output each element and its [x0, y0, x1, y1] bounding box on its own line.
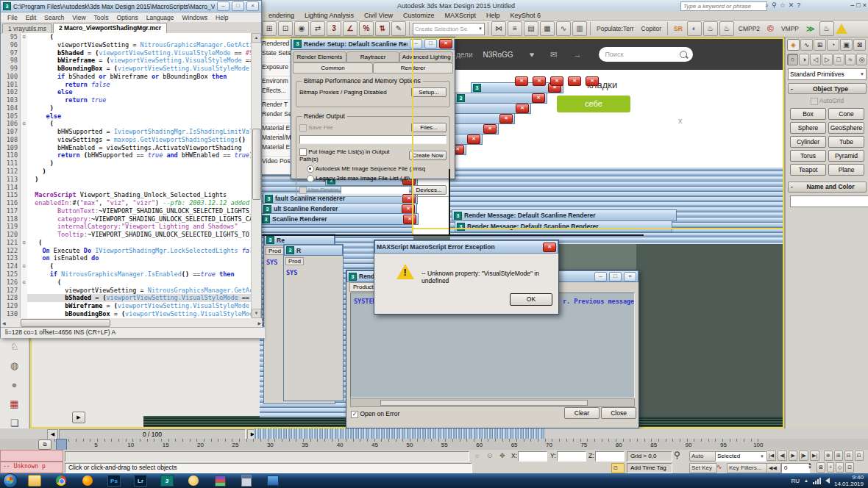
isolate-toggle-icon[interactable]: ⊡ — [611, 463, 625, 473]
tab[interactable]: Raytracer — [346, 51, 400, 62]
globe-icon[interactable]: ◐ — [687, 21, 702, 36]
minimize-icon[interactable]: – — [850, 1, 854, 9]
playback-button[interactable]: ◀| — [778, 451, 787, 461]
chevron-down-icon[interactable]: ▼ — [760, 452, 764, 461]
logout-icon[interactable]: → — [573, 50, 581, 59]
go-to-start-button[interactable]: ◀◀ — [766, 463, 781, 473]
playback-button[interactable]: |◀ — [766, 451, 776, 461]
category-icon[interactable]: ◁ — [810, 54, 821, 65]
cmpp2-button[interactable]: CMPP2 — [736, 25, 763, 32]
star-icon[interactable]: ☆ — [780, 1, 786, 10]
menu-item[interactable]: View — [68, 14, 89, 21]
x-coord-field[interactable] — [518, 451, 547, 462]
material-horse-icon[interactable]: ♘ — [7, 340, 23, 354]
menu-item[interactable]: Render T — [257, 99, 292, 110]
clear-button[interactable]: Clear — [564, 407, 600, 419]
taskbar-app-button[interactable] — [49, 474, 74, 487]
category-icon[interactable]: □ — [833, 54, 844, 65]
menu-item[interactable]: Customize — [398, 12, 440, 19]
nav-button[interactable]: ⊡ — [845, 462, 854, 473]
ok-button[interactable]: OK — [510, 293, 552, 306]
editor-titlebar[interactable]: 3 C:\Program Files\Autodesk\3ds Max Desi… — [1, 1, 261, 12]
panel-tab-icon[interactable]: ▣ — [840, 39, 853, 51]
panel-tab-icon[interactable]: ⊠ — [853, 39, 866, 51]
close-icon[interactable]: × — [515, 76, 528, 86]
close-icon[interactable]: × — [543, 243, 556, 252]
category-icon[interactable]: ≈ — [845, 54, 856, 65]
close-icon[interactable]: × — [403, 215, 416, 224]
primitive-button[interactable]: Pyramid — [828, 150, 864, 162]
cascade-mini-window[interactable]: 3× — [455, 93, 547, 104]
taskbar-app-button[interactable] — [207, 474, 232, 487]
menu-item[interactable]: Material E — [257, 123, 292, 133]
taskbar-app-button[interactable] — [234, 474, 259, 487]
listener-field[interactable] — [65, 451, 469, 462]
menu-item[interactable]: Help — [481, 12, 505, 19]
toolbar-icon[interactable]: 3 — [327, 21, 341, 36]
taskbar-app-button[interactable]: Lr — [128, 474, 153, 487]
open-on-error-checkbox[interactable]: ✓ — [351, 411, 358, 418]
menu-item[interactable]: Lighting Analysis — [299, 12, 359, 19]
toolbar-icon[interactable]: % — [359, 21, 374, 36]
restore-icon[interactable]: □ — [232, 1, 244, 11]
max-window-buttons[interactable]: – □ × — [850, 1, 867, 9]
create-now-button[interactable]: Create Now — [409, 151, 447, 160]
document-tab[interactable]: 2 Macro_ViewportShadingMgr.mcr — [53, 23, 167, 33]
exchange-icon[interactable]: ✕ — [789, 1, 794, 10]
code-area[interactable]: 95⊟ (96 viewportViewSetting = NitrousGra… — [1, 33, 251, 318]
scroll-right-icon[interactable]: ▶ — [257, 320, 261, 326]
infocenter-icons[interactable]: ⌕ ⚲ ☆ ✕ ? — [765, 1, 800, 10]
close-icon[interactable]: × — [499, 114, 513, 123]
heart-icon[interactable]: ♥ — [530, 50, 535, 59]
menu-item[interactable]: endering — [263, 12, 299, 19]
primitive-button[interactable]: Box — [790, 108, 826, 120]
nav-button[interactable]: ◇ — [836, 462, 844, 473]
scroll-left-icon[interactable]: ◀ — [2, 320, 6, 326]
setup-button[interactable]: Setup... — [411, 87, 447, 97]
playback-button[interactable]: |▶ — [799, 451, 808, 461]
menu-item[interactable]: Help — [212, 14, 232, 21]
scroll-thumb[interactable] — [252, 129, 261, 200]
close-icon[interactable]: × — [863, 1, 867, 9]
category-icon[interactable]: ◑ — [799, 54, 810, 65]
search-icon[interactable] — [680, 51, 687, 58]
cascade-window-fragment[interactable]: 3R Prod SYS — [283, 244, 344, 401]
toolbar-icon[interactable]: ⇄ — [310, 21, 325, 36]
render-setup-titlebar[interactable]: 3 Render Setup: Default Scanline Rendere… — [291, 37, 455, 50]
search-icon[interactable]: ⌕ — [765, 1, 769, 10]
primitive-button[interactable]: Cone — [828, 108, 864, 120]
put-image-list-checkbox[interactable] — [299, 148, 307, 156]
close-icon[interactable]: × — [532, 93, 545, 103]
category-icon[interactable]: ▷ — [822, 54, 833, 65]
prev-frame-icon[interactable]: ◀ — [47, 429, 58, 439]
key-filters-button[interactable]: Key Filters... — [727, 463, 769, 473]
save-file-checkbox[interactable] — [299, 124, 307, 132]
nav-button[interactable]: ⊠ — [817, 462, 825, 473]
minimize-icon[interactable]: – — [594, 272, 607, 281]
key-icon[interactable]: ⚲ — [674, 450, 680, 460]
render-message-hscroll[interactable] — [350, 398, 635, 407]
close-icon[interactable]: × — [246, 1, 259, 11]
vmpp-button[interactable]: VMPP — [778, 25, 802, 32]
panel-tab-icon[interactable]: ∿ — [800, 39, 813, 51]
output-path-field[interactable] — [299, 135, 447, 144]
taskbar-app-button[interactable] — [260, 474, 285, 487]
menu-item[interactable]: Civil View — [359, 12, 398, 19]
primitive-button[interactable]: Tube — [828, 136, 864, 148]
maximize-icon[interactable]: □ — [424, 39, 437, 49]
minimize-icon[interactable]: – — [217, 1, 230, 11]
menu-item[interactable]: Edit — [22, 14, 40, 21]
close-icon[interactable]: × — [568, 76, 581, 86]
cascade-window-titlebar[interactable]: 3Render Message: Default Scanline Render… — [452, 209, 677, 221]
browser-search-box[interactable]: Поиск — [599, 47, 693, 62]
z-coord-field[interactable] — [595, 451, 625, 462]
primitive-button[interactable]: Teapot — [790, 164, 826, 176]
toolbar-icon[interactable]: ▥ — [572, 21, 587, 36]
set-key-button[interactable]: Set Key — [689, 463, 717, 473]
ifl-radio[interactable] — [307, 175, 314, 182]
autogrid-checkbox[interactable] — [811, 98, 818, 105]
copyright-icon[interactable]: © — [764, 24, 777, 34]
time-slider[interactable]: 0 / 100 — [59, 429, 246, 439]
language-indicator[interactable]: RU — [791, 478, 800, 484]
sr-button[interactable]: SR — [671, 25, 686, 32]
